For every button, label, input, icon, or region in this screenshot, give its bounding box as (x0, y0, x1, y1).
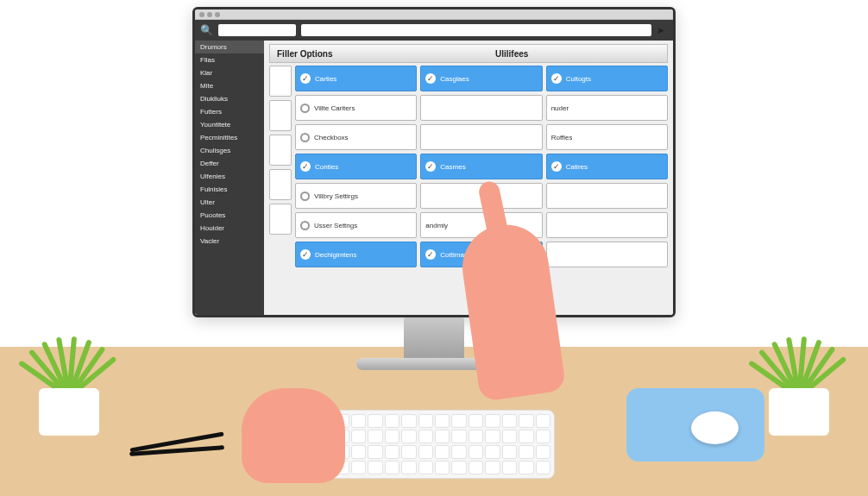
sidebar-item[interactable]: Chulisges (195, 144, 264, 157)
panel-header: Filler Options Ulilifees (269, 44, 668, 63)
sidebar-item[interactable]: Ulfenies (195, 170, 264, 183)
thumbnail[interactable] (269, 169, 292, 200)
thumbnail[interactable] (269, 204, 292, 235)
pens-decoration (129, 440, 233, 449)
sidebar-item[interactable]: Drumors (195, 41, 264, 53)
option-label: Cottimanies (440, 251, 476, 259)
search-icon[interactable]: 🔍 (200, 24, 213, 36)
option-label: Dechlgimtens (315, 251, 356, 259)
desk-scene: 🔍 ➤ DrumorsFllasKlarMiteDiukliuksFutters… (0, 0, 868, 496)
option-card[interactable]: Roffies (546, 124, 668, 150)
sidebar-item[interactable]: Mite (195, 79, 264, 92)
radio-icon[interactable] (300, 221, 310, 230)
traffic-light-icon[interactable] (199, 12, 204, 17)
option-label: Vilibry Settirgs (314, 192, 358, 200)
sidebar-item[interactable]: Fulnisies (195, 183, 264, 196)
option-label: Casglaes (440, 75, 469, 83)
sidebar-item[interactable]: Vacler (195, 235, 264, 248)
option-card[interactable] (420, 124, 542, 150)
sidebar-item[interactable]: Puootes (195, 209, 264, 222)
cards-grid: CartiesCasglaesCultogtsVillte Caritersnu… (295, 66, 668, 311)
sidebar-item[interactable]: Pecminitites (195, 131, 264, 144)
option-card[interactable]: andmiy (420, 212, 542, 238)
checkmark-icon[interactable] (300, 249, 311, 260)
option-label: Cultogts (566, 75, 591, 83)
option-label: Conties (315, 163, 338, 171)
radio-icon[interactable] (300, 133, 310, 142)
sidebar-item[interactable]: Deffer (195, 157, 264, 170)
option-card[interactable]: Casmes (420, 154, 542, 179)
plant-decoration (17, 289, 121, 436)
option-card[interactable]: nuder (546, 95, 668, 121)
sidebar-item[interactable]: Futters (195, 105, 264, 118)
option-label: andmiy (425, 222, 448, 229)
option-label: Casmes (440, 163, 465, 171)
cursor-icon: ➤ (657, 25, 668, 36)
sidebar-item[interactable]: Klar (195, 66, 264, 79)
app-body: DrumorsFllasKlarMiteDiukliuksFuttersYoun… (195, 41, 673, 315)
sidebar-item[interactable]: Houlder (195, 222, 264, 235)
sidebar-item[interactable]: Yountitete (195, 118, 264, 131)
monitor-base (356, 358, 512, 370)
sidebar-item[interactable]: Ulter (195, 196, 264, 209)
checkmark-icon[interactable] (551, 161, 562, 172)
radio-icon[interactable] (300, 104, 310, 113)
sidebar-item[interactable]: Fllas (195, 53, 264, 66)
option-card[interactable]: Cottimanies (420, 242, 542, 267)
mouse-decoration (691, 411, 739, 444)
traffic-light-icon[interactable] (207, 12, 212, 17)
option-card[interactable] (546, 212, 668, 238)
option-card[interactable]: Vilibry Settirgs (295, 183, 417, 209)
browser-toolbar: 🔍 ➤ (195, 20, 673, 41)
option-card[interactable]: Villte Cariters (295, 95, 417, 121)
thumbnail[interactable] (269, 100, 292, 131)
checkmark-icon[interactable] (425, 161, 436, 172)
keyboard-decoration (313, 410, 555, 479)
checkmark-icon[interactable] (425, 249, 436, 260)
panel-title-right: Ulilifees (488, 49, 667, 59)
option-card[interactable]: Catires (546, 154, 668, 179)
sidebar-item[interactable]: Diukliuks (195, 92, 264, 105)
radio-icon[interactable] (300, 191, 310, 201)
option-card[interactable]: Checkboxs (295, 124, 417, 150)
option-card[interactable]: Casglaes (420, 66, 542, 91)
option-card[interactable] (546, 183, 668, 209)
option-label: Catires (566, 163, 588, 171)
option-card[interactable] (420, 183, 542, 209)
option-card[interactable] (546, 242, 668, 267)
option-label: Roffies (551, 134, 573, 141)
option-card[interactable]: Usser Settngs (295, 212, 417, 238)
panel-title-left: Filler Options (270, 49, 488, 59)
monitor: 🔍 ➤ DrumorsFllasKlarMiteDiukliuksFutters… (192, 7, 676, 317)
window-titlebar (195, 9, 673, 20)
main-panel: Filler Options Ulilifees CartiesCasglaes… (264, 41, 673, 315)
thumbnail-column (269, 66, 292, 311)
checkmark-icon[interactable] (551, 73, 562, 84)
option-card[interactable]: Conties (295, 154, 417, 179)
option-label: Usser Settngs (314, 222, 357, 229)
option-label: nuder (551, 104, 569, 112)
address-bar-short[interactable] (218, 24, 296, 36)
option-card[interactable] (420, 95, 542, 121)
thumbnail[interactable] (269, 135, 292, 166)
thumbnail[interactable] (269, 66, 292, 97)
option-label: Checkboxs (314, 134, 349, 141)
address-bar[interactable] (301, 24, 651, 36)
option-label: Villte Cariters (314, 104, 355, 112)
option-label: Carties (315, 75, 337, 83)
traffic-light-icon[interactable] (215, 12, 220, 17)
sidebar: DrumorsFllasKlarMiteDiukliuksFuttersYoun… (195, 41, 264, 315)
checkmark-icon[interactable] (300, 161, 311, 172)
option-card[interactable]: Cultogts (546, 66, 668, 91)
option-card[interactable]: Carties (295, 66, 417, 91)
option-card[interactable]: Dechlgimtens (295, 242, 417, 267)
checkmark-icon[interactable] (300, 73, 311, 84)
checkmark-icon[interactable] (425, 73, 436, 84)
options-grid: CartiesCasglaesCultogtsVillte Caritersnu… (269, 66, 668, 311)
